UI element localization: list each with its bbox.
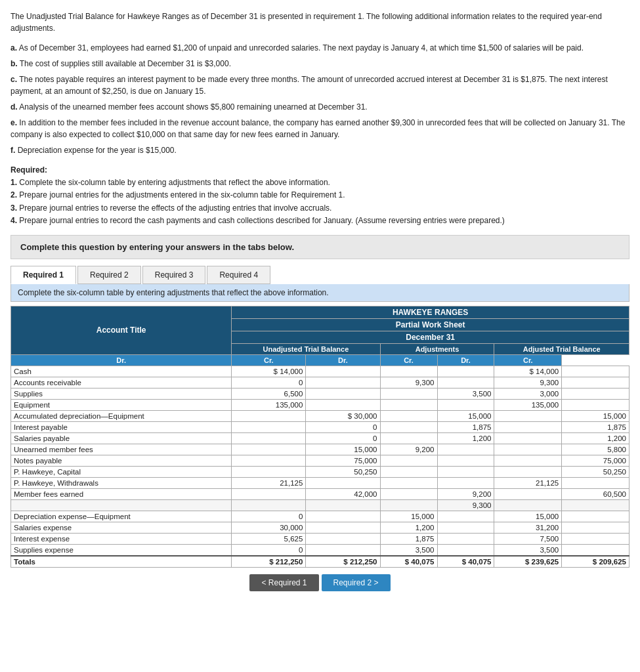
adjTB_cr-cell: 1,200 bbox=[562, 432, 629, 444]
adj_cr-cell bbox=[437, 522, 494, 533]
unAdj_dr-cell: 30,000 bbox=[232, 522, 306, 533]
adjTB_cr-cell: 5,800 bbox=[562, 444, 629, 455]
intro-item-c: c. The notes payable requires an interes… bbox=[11, 74, 629, 97]
adjTB_dr-cell bbox=[494, 444, 562, 455]
title-header: Partial Work Sheet bbox=[232, 318, 629, 331]
adj_dr-cell: 1,200 bbox=[380, 522, 437, 533]
account-name-cell: Accounts receivable bbox=[11, 377, 232, 388]
unAdj_cr-cell bbox=[306, 399, 380, 410]
req-3: 3. Prepare journal entries to reverse th… bbox=[11, 202, 629, 215]
table-row: Salaries expense30,0001,20031,200 bbox=[11, 522, 629, 533]
tabs-row: Required 1 Required 2 Required 3 Require… bbox=[11, 266, 629, 284]
adjTB_dr-cell bbox=[494, 499, 562, 511]
adj_dr-cell bbox=[380, 432, 437, 444]
account-name-cell: Salaries payable bbox=[11, 432, 232, 444]
unAdj_dr-cell bbox=[232, 466, 306, 477]
unAdj_cr-cell: 50,250 bbox=[306, 466, 380, 477]
intro-item-b: b. The cost of supplies still available … bbox=[11, 58, 629, 70]
unAdj_dr-cell: 6,500 bbox=[232, 388, 306, 399]
account-name-cell: Accumulated depreciation—Equipment bbox=[11, 410, 232, 421]
adj_cr-cell bbox=[437, 399, 494, 410]
account-name-cell: Supplies bbox=[11, 388, 232, 399]
adj_dr-cell: 15,000 bbox=[380, 511, 437, 522]
acct-title-header: Account Title bbox=[11, 306, 232, 354]
tab-required1[interactable]: Required 1 bbox=[11, 266, 76, 284]
tab-required3[interactable]: Required 3 bbox=[142, 266, 206, 284]
adjTB_cr-cell bbox=[562, 499, 629, 511]
unAdj_cr-cell: 42,000 bbox=[306, 488, 380, 499]
adjTB_cr-cell bbox=[562, 477, 629, 488]
adjTB_dr-cell: 135,000 bbox=[494, 399, 562, 410]
adj_cr-cell bbox=[437, 544, 494, 556]
adjTB_dr-cell bbox=[494, 455, 562, 466]
adj_dr-cell: 9,300 bbox=[380, 377, 437, 388]
account-name-cell: P. Hawkeye, Capital bbox=[11, 466, 232, 477]
unAdj_cr-cell: 0 bbox=[306, 432, 380, 444]
adjTB_dr-cell: 3,500 bbox=[494, 544, 562, 556]
adjTB_dr-cell bbox=[494, 421, 562, 432]
account-name-cell: Supplies expense bbox=[11, 544, 232, 556]
adjTB-dr-header: Dr. bbox=[437, 354, 494, 366]
table-row: Cash$ 14,000$ 14,000 bbox=[11, 366, 629, 377]
table-row: P. Hawkeye, Capital50,25050,250 bbox=[11, 466, 629, 477]
worksheet-table: Account TitleHAWKEYE RANGESPartial Work … bbox=[11, 306, 629, 568]
complete-box: Complete this question by entering your … bbox=[11, 235, 629, 259]
adj_cr-cell bbox=[437, 444, 494, 455]
table-row: Equipment135,000135,000 bbox=[11, 399, 629, 410]
intro-item-e: e. In addition to the member fees includ… bbox=[11, 117, 629, 140]
adjTB_dr-cell: $ 14,000 bbox=[494, 366, 562, 377]
adjusted-section: Adjusted Trial Balance bbox=[494, 343, 629, 354]
account-name-cell: Notes payable bbox=[11, 455, 232, 466]
adjTB_cr-cell bbox=[562, 366, 629, 377]
adjTB_dr-cell: 7,500 bbox=[494, 533, 562, 544]
account-name-cell bbox=[11, 499, 232, 511]
adjTB_cr-cell: 75,000 bbox=[562, 455, 629, 466]
adj_dr-cell bbox=[380, 421, 437, 432]
adj_dr-cell bbox=[380, 466, 437, 477]
table-row: Supplies6,5003,5003,000 bbox=[11, 388, 629, 399]
adj_cr-cell: 1,875 bbox=[437, 421, 494, 432]
tab-required4[interactable]: Required 4 bbox=[207, 266, 270, 284]
adj-dr-header: Dr. bbox=[306, 354, 380, 366]
unAdj_dr-cell bbox=[232, 444, 306, 455]
req-1: 1. Complete the six-column table by ente… bbox=[11, 177, 629, 189]
unAdj_cr-cell: $ 212,250 bbox=[306, 556, 380, 568]
unAdj_dr-cell: $ 14,000 bbox=[232, 366, 306, 377]
tab-required2[interactable]: Required 2 bbox=[77, 266, 141, 284]
adjTB_dr-cell bbox=[494, 410, 562, 421]
account-name-cell: Interest expense bbox=[11, 533, 232, 544]
table-row: Salaries payable01,2001,200 bbox=[11, 432, 629, 444]
unAdj_cr-cell bbox=[306, 477, 380, 488]
adjTB_cr-cell bbox=[562, 511, 629, 522]
unAdj_dr-cell: 0 bbox=[232, 377, 306, 388]
account-name-cell: Depreciation expense—Equipment bbox=[11, 511, 232, 522]
intro-item-f: f. Depreciation expense for the year is … bbox=[11, 144, 629, 156]
next-button[interactable]: Required 2 > bbox=[322, 574, 391, 591]
adj_cr-cell bbox=[437, 533, 494, 544]
unAdj_cr-cell bbox=[306, 366, 380, 377]
company-header: HAWKEYE RANGES bbox=[232, 306, 629, 318]
adj-cr-header: Cr. bbox=[380, 354, 437, 366]
unAdj_dr-cell bbox=[232, 455, 306, 466]
adj_dr-cell: 3,500 bbox=[380, 544, 437, 556]
worksheet-container: Account TitleHAWKEYE RANGESPartial Work … bbox=[11, 306, 629, 568]
unAdj_dr-cell bbox=[232, 432, 306, 444]
unAdj_dr-cell bbox=[232, 488, 306, 499]
adj_dr-cell: 1,875 bbox=[380, 533, 437, 544]
adjTB_dr-cell bbox=[494, 488, 562, 499]
account-name-cell: Salaries expense bbox=[11, 522, 232, 533]
intro-items: a. As of December 31, employees had earn… bbox=[11, 42, 629, 156]
adj_cr-cell bbox=[437, 466, 494, 477]
adj_cr-cell: 9,200 bbox=[437, 488, 494, 499]
adjTB_dr-cell bbox=[494, 466, 562, 477]
adj_cr-cell: 9,300 bbox=[437, 499, 494, 511]
intro-line1: The Unadjusted Trial Balance for Hawkeye… bbox=[11, 10, 629, 34]
prev-button[interactable]: < Required 1 bbox=[249, 574, 318, 591]
table-row: Member fees earned42,0009,20060,500 bbox=[11, 488, 629, 499]
adjTB_dr-cell: 3,000 bbox=[494, 388, 562, 399]
req-4: 4. Prepare journal entries to record the… bbox=[11, 215, 629, 227]
adjustments-section: Adjustments bbox=[380, 343, 494, 354]
unAdj_dr-cell: 135,000 bbox=[232, 399, 306, 410]
table-row: Totals$ 212,250$ 212,250$ 40,075$ 40,075… bbox=[11, 556, 629, 568]
unAdj_cr-cell: 15,000 bbox=[306, 444, 380, 455]
